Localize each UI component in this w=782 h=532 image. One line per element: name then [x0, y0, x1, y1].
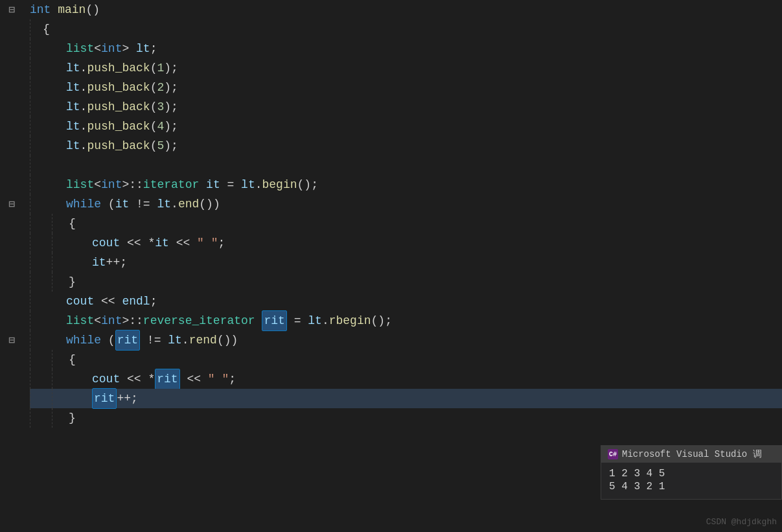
fold-marker-4 — [0, 58, 23, 78]
keyword-while-1: while — [66, 194, 101, 214]
code-line-3: list<int> lt ; — [30, 39, 782, 58]
code-line-18: while ( rit != lt . rend ()) — [30, 330, 782, 350]
keyword-while-2: while — [66, 330, 101, 350]
code-line-16: cout << endl ; — [30, 292, 782, 311]
editor-container: ⊟ ⊟ ⊟ — [0, 0, 782, 532]
code-line-17: list<int>::reverse_iterator rit = lt . r… — [30, 311, 782, 330]
fold-marker-15 — [0, 272, 23, 292]
code-line-22: } — [30, 408, 782, 428]
fold-marker-2 — [0, 19, 23, 39]
fold-marker-19 — [0, 350, 23, 369]
fn-main: main — [58, 0, 86, 19]
code-line-7: lt . push_back ( 4 ); — [30, 117, 782, 136]
fold-marker-21 — [0, 389, 23, 408]
fold-marker-16 — [0, 292, 23, 311]
watermark: CSDN @hdjdkghh — [706, 517, 777, 527]
overlay-header: C# Microsoft Visual Studio 调 — [601, 446, 781, 463]
fold-marker-5 — [0, 78, 23, 97]
overlay-panel: C# Microsoft Visual Studio 调 1 2 3 4 5 5… — [601, 445, 782, 500]
code-line-2: { — [30, 19, 782, 39]
fold-marker-3 — [0, 39, 23, 58]
code-line-1: int main () — [30, 0, 782, 19]
fold-marker-11[interactable]: ⊟ — [0, 194, 23, 214]
code-line-10: list<int>::iterator it = lt . begin (); — [30, 175, 782, 194]
code-line-9 — [30, 156, 782, 175]
fold-marker-20 — [0, 369, 23, 389]
fold-marker-14 — [0, 253, 23, 272]
fold-marker-10 — [0, 175, 23, 194]
keyword-int: int — [30, 0, 51, 19]
code-line-19: { — [30, 350, 782, 369]
code-line-6: lt . push_back ( 3 ); — [30, 97, 782, 117]
fold-marker-8 — [0, 136, 23, 156]
fold-marker-18[interactable]: ⊟ — [0, 330, 23, 350]
output-line-2: 5 4 3 2 1 — [609, 481, 774, 492]
code-line-12: { — [30, 214, 782, 233]
code-line-4: lt . push_back ( 1 ); — [30, 58, 782, 78]
fold-marker-6 — [0, 97, 23, 117]
left-gutter: ⊟ ⊟ ⊟ — [0, 0, 23, 532]
code-line-13: cout << * it << " " ; — [30, 233, 782, 253]
fold-marker-9 — [0, 156, 23, 175]
code-line-15: } — [30, 272, 782, 292]
fold-marker-13 — [0, 233, 23, 253]
code-line-5: lt . push_back ( 2 ); — [30, 78, 782, 97]
fold-marker-1[interactable]: ⊟ — [0, 0, 23, 19]
code-line-14: it ++; — [30, 253, 782, 272]
fold-marker-7 — [0, 117, 23, 136]
overlay-title: Microsoft Visual Studio 调 — [622, 448, 762, 460]
overlay-content: 1 2 3 4 5 5 4 3 2 1 — [601, 463, 781, 499]
code-line-21: rit ++; — [30, 389, 782, 408]
code-line-20: cout << * rit << " " ; — [30, 369, 782, 389]
vs-icon: C# — [608, 449, 618, 459]
fold-marker-12 — [0, 214, 23, 233]
fold-marker-22 — [0, 408, 23, 428]
fold-marker-17 — [0, 311, 23, 330]
code-line-11: while ( it != lt . end ()) — [30, 194, 782, 214]
output-line-1: 1 2 3 4 5 — [609, 468, 774, 480]
code-line-8: lt . push_back ( 5 ); — [30, 136, 782, 156]
